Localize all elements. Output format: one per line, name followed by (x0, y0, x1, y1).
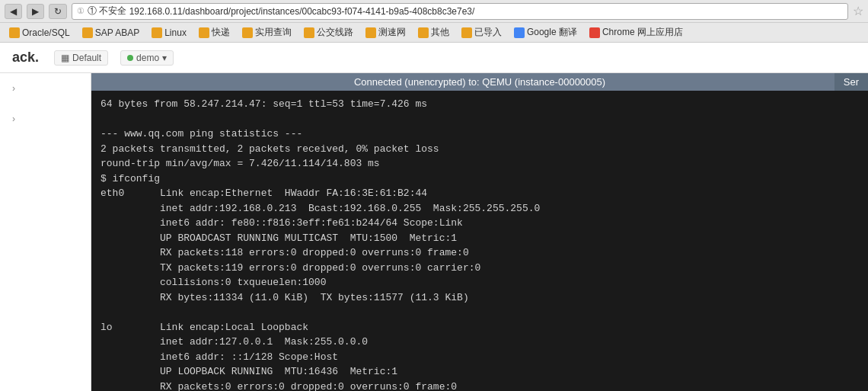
demo-label: demo (136, 53, 159, 63)
bookmark-cesuWang[interactable]: 测速网 (361, 24, 410, 40)
chevron-icon-1: › (12, 83, 15, 94)
bookmark-label-google: Google 翻译 (527, 26, 577, 39)
address-text: 192.168.0.11/dashboard/project/instances… (129, 6, 475, 17)
lock-icon: ① (77, 6, 85, 16)
bookmark-star-icon[interactable]: ☆ (853, 4, 863, 18)
terminal-output: 64 bytes from 58.247.214.47: seq=1 ttl=5… (101, 97, 859, 391)
main-layout: › › Connected (unencrypted) to: QEMU (in… (0, 73, 868, 391)
bookmark-other[interactable]: 其他 (413, 24, 454, 40)
bookmark-label-cesu: 测速网 (378, 26, 406, 39)
bookmark-chrome-store[interactable]: Chrome 网上应用店 (585, 24, 688, 40)
sidebar-item-1[interactable]: › (0, 73, 91, 104)
bookmark-oracle[interactable]: Oracle/SQL (5, 26, 75, 40)
terminal-title-bar: Connected (unencrypted) to: QEMU (instan… (91, 73, 868, 91)
reload-button[interactable]: ↻ (49, 4, 67, 19)
chevron-icon-2: › (12, 114, 15, 124)
terminal-wrapper: Connected (unencrypted) to: QEMU (instan… (91, 73, 868, 391)
app-logo-partial: ack. (12, 50, 39, 65)
bookmark-icon-shiyong (242, 27, 253, 38)
bookmark-icon-imported (461, 27, 472, 38)
bookmark-icon-gongjiao (304, 27, 314, 38)
bookmark-label-linux: Linux (164, 27, 187, 38)
bookmark-label-sap: SAP ABAP (95, 27, 139, 38)
bookmark-google-translate[interactable]: Google 翻译 (509, 24, 582, 40)
bookmark-sap[interactable]: SAP ABAP (78, 26, 144, 40)
bookmark-label-oracle: Oracle/SQL (22, 27, 70, 38)
bookmark-shiyong[interactable]: 实用查询 (238, 24, 296, 40)
default-label: Default (72, 53, 101, 63)
default-nav-pill[interactable]: ▦ Default (54, 50, 108, 66)
bookmark-label-kuaidi: 快递 (212, 26, 230, 39)
address-bar-row: ◀ ▶ ↻ ① ① 不安全 192.168.0.11/dashboard/pro… (0, 0, 868, 23)
header-nav: ▦ Default demo ▾ (54, 50, 174, 66)
bookmark-icon-linux (152, 27, 162, 38)
bookmark-icon-sap (82, 27, 93, 38)
bookmark-kuaidi[interactable]: 快递 (194, 24, 235, 40)
back-button[interactable]: ◀ (5, 4, 22, 19)
bookmark-icon-oracle (9, 27, 20, 38)
dropdown-chevron-icon: ▾ (162, 53, 167, 63)
app-header: ack. ▦ Default demo ▾ (0, 43, 868, 73)
bookmark-icon-google (514, 27, 525, 38)
bookmark-icon-kuaidi (199, 27, 209, 38)
app-logo: ack. (12, 50, 39, 66)
green-dot-icon (127, 55, 133, 61)
bookmark-imported[interactable]: 已导入 (457, 24, 506, 40)
bookmark-label-shiyong: 实用查询 (255, 26, 292, 39)
sidebar-item-2[interactable]: › (0, 104, 91, 134)
bookmark-gongjiaoLine[interactable]: 公交线路 (299, 24, 358, 40)
address-bar[interactable]: ① ① 不安全 192.168.0.11/dashboard/project/i… (72, 3, 848, 20)
bookmark-icon-cesu (365, 27, 376, 38)
nav-pill-icon: ▦ (61, 53, 69, 63)
address-insecure-label: ① 不安全 (88, 5, 126, 18)
terminal-title: Connected (unencrypted) to: QEMU (instan… (354, 76, 605, 88)
terminal-content[interactable]: 64 bytes from 58.247.214.47: seq=1 ttl=5… (91, 91, 868, 391)
terminal-send-button[interactable]: Ser (834, 73, 868, 91)
bookmark-label-other: 其他 (431, 26, 449, 39)
bookmark-label-chrome: Chrome 网上应用店 (602, 26, 683, 39)
bookmark-label-gongjiao: 公交线路 (317, 26, 353, 39)
sidebar: › › (0, 73, 91, 391)
bookmark-icon-chrome (589, 27, 600, 38)
bookmark-icon-other (418, 27, 429, 38)
bookmark-label-imported: 已导入 (474, 26, 502, 39)
forward-button[interactable]: ▶ (27, 4, 44, 19)
demo-nav-pill[interactable]: demo ▾ (120, 50, 174, 66)
bookmark-linux[interactable]: Linux (147, 26, 191, 40)
bookmarks-bar: Oracle/SQL SAP ABAP Linux 快递 实用查询 公交线路 测… (0, 23, 868, 43)
